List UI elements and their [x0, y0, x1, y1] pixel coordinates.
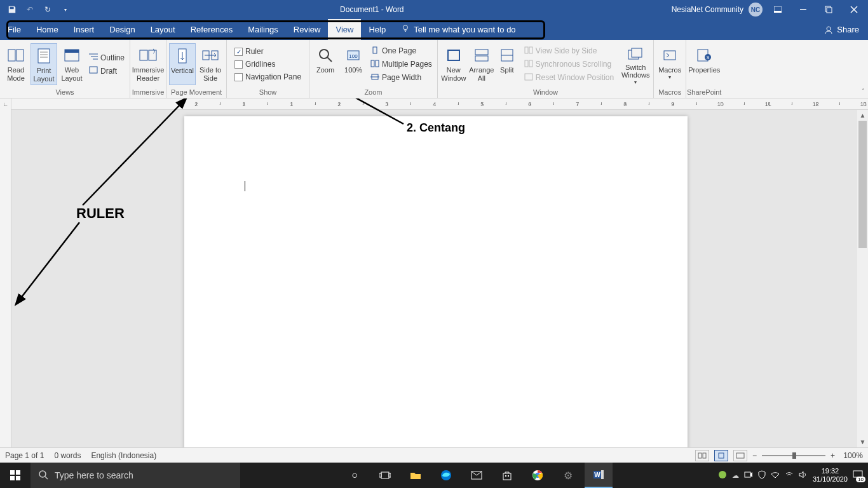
svg-rect-40 — [525, 47, 528, 53]
status-print-layout-icon[interactable] — [714, 450, 728, 461]
status-language[interactable]: English (Indonesia) — [91, 451, 156, 460]
svg-rect-24 — [149, 50, 156, 60]
tab-layout[interactable]: Layout — [143, 19, 183, 40]
tray-network-icon[interactable] — [771, 471, 780, 480]
switch-windows-icon — [625, 46, 646, 62]
multiple-pages-button[interactable]: Multiple Pages — [368, 58, 435, 71]
ribbon-display-options-icon[interactable] — [768, 0, 788, 19]
zoom-out-button[interactable]: − — [752, 451, 757, 460]
new-window-button[interactable]: New Window — [440, 43, 467, 85]
user-name[interactable]: NesiaNet Community — [672, 5, 743, 14]
document-page[interactable] — [184, 116, 688, 447]
svg-line-64 — [45, 477, 48, 479]
tab-file[interactable]: File — [0, 19, 29, 40]
scrollbar-thumb[interactable] — [858, 121, 867, 248]
minimize-button[interactable] — [793, 0, 813, 19]
maximize-button[interactable] — [818, 0, 839, 19]
navigation-pane-checkbox[interactable]: Navigation Pane — [232, 71, 304, 83]
vertical-ruler[interactable] — [0, 110, 11, 447]
chrome-icon[interactable] — [524, 463, 552, 488]
zoom-100-button[interactable]: 100 100% — [340, 43, 367, 85]
tell-me-search[interactable]: Tell me what you want to do — [393, 19, 523, 40]
document-title: Document1 - Word — [72, 5, 672, 14]
tab-references[interactable]: References — [183, 19, 240, 40]
svg-rect-43 — [529, 60, 532, 67]
arrange-all-button[interactable]: Arrange All — [468, 43, 495, 85]
web-layout-button[interactable]: Web Layout — [58, 43, 85, 85]
reset-window-position-button[interactable]: Reset Window Position — [522, 72, 616, 84]
vertical-scrollbar[interactable]: ▲ ▼ — [857, 110, 868, 447]
one-page-button[interactable]: One Page — [368, 45, 435, 57]
share-button[interactable]: Share — [815, 19, 868, 40]
side-to-side-button[interactable]: Side to Side — [197, 43, 224, 85]
vertical-button[interactable]: Vertical — [169, 43, 196, 85]
view-side-by-side-button[interactable]: View Side by Side — [522, 45, 616, 57]
print-layout-button[interactable]: Print Layout — [31, 43, 57, 85]
tab-review[interactable]: Review — [286, 19, 329, 40]
redo-icon[interactable]: ↻ — [41, 3, 55, 17]
switch-windows-button[interactable]: Switch Windows▾ — [620, 43, 651, 85]
taskbar-clock[interactable]: 19:32 31/10/2020 — [813, 467, 848, 483]
collapse-ribbon-icon[interactable]: ˆ — [862, 88, 864, 95]
scroll-up-icon[interactable]: ▲ — [857, 110, 868, 121]
close-button[interactable] — [844, 0, 864, 19]
macros-icon — [660, 46, 680, 65]
undo-icon[interactable]: ↶ — [23, 3, 37, 17]
svg-rect-71 — [505, 475, 506, 477]
tray-volume-icon[interactable] — [799, 471, 808, 480]
tab-selector-icon[interactable]: ∟ — [0, 98, 11, 110]
tab-insert[interactable]: Insert — [66, 19, 102, 40]
tab-help[interactable]: Help — [361, 19, 393, 40]
svg-line-29 — [327, 57, 332, 62]
save-icon[interactable] — [5, 3, 19, 17]
tray-wifi-icon[interactable] — [785, 471, 794, 480]
settings-icon[interactable]: ⚙ — [554, 463, 582, 488]
tab-design[interactable]: Design — [102, 19, 142, 40]
multiple-pages-icon — [370, 60, 379, 69]
status-web-layout-icon[interactable] — [733, 450, 747, 461]
tray-onedrive-icon[interactable]: ☁ — [732, 471, 739, 480]
zoom-level[interactable]: 100% — [840, 451, 863, 460]
edge-icon[interactable] — [432, 463, 460, 488]
zoom-in-button[interactable]: + — [831, 451, 835, 460]
tray-defender-icon[interactable] — [758, 470, 766, 480]
user-avatar[interactable]: NC — [749, 3, 763, 17]
read-mode-button[interactable]: Read Mode — [3, 43, 29, 85]
scroll-down-icon[interactable]: ▼ — [857, 437, 868, 447]
zoom-slider[interactable] — [762, 455, 825, 456]
reset-position-icon — [524, 73, 533, 83]
svg-rect-46 — [632, 48, 642, 57]
mail-icon[interactable] — [463, 463, 491, 488]
task-view-icon[interactable] — [371, 463, 399, 488]
immersive-reader-button[interactable]: Immersive Reader — [133, 43, 163, 85]
text-cursor — [245, 181, 245, 191]
macros-button[interactable]: Macros▾ — [656, 43, 683, 85]
horizontal-ruler[interactable]: ∟ 2·1· 1·2· 3·4· 5·6· 7·8· 9·10· 11·12· … — [0, 98, 868, 110]
word-taskbar-icon[interactable]: W — [585, 463, 613, 488]
tray-app-icon[interactable] — [718, 470, 727, 480]
status-read-mode-icon[interactable] — [695, 450, 709, 461]
store-icon[interactable] — [493, 463, 521, 488]
file-explorer-icon[interactable] — [402, 463, 430, 488]
qat-customize-icon[interactable]: ▾ — [58, 3, 72, 17]
synchronous-scrolling-button[interactable]: Synchronous Scrolling — [522, 58, 616, 71]
tab-mailings[interactable]: Mailings — [240, 19, 286, 40]
outline-button[interactable]: Outline — [86, 51, 127, 64]
svg-rect-60 — [16, 470, 20, 475]
action-center-icon[interactable]: 10 — [853, 470, 863, 481]
status-words[interactable]: 0 words — [54, 451, 81, 460]
properties-button[interactable]: SProperties — [689, 43, 719, 85]
taskbar-search[interactable]: Type here to search — [31, 463, 240, 488]
cortana-icon[interactable]: ○ — [341, 463, 369, 488]
gridlines-checkbox[interactable]: Gridlines — [232, 58, 304, 70]
tab-view[interactable]: View — [328, 19, 361, 40]
zoom-button[interactable]: Zoom — [312, 43, 339, 85]
tray-meet-now-icon[interactable] — [744, 471, 753, 480]
draft-button[interactable]: Draft — [86, 65, 127, 77]
status-page[interactable]: Page 1 of 1 — [5, 451, 44, 460]
start-button[interactable] — [0, 463, 31, 488]
ruler-checkbox[interactable]: ✓Ruler — [232, 46, 304, 57]
split-button[interactable]: Split — [496, 43, 518, 85]
page-width-button[interactable]: Page Width — [368, 72, 435, 84]
tab-home[interactable]: Home — [29, 19, 66, 40]
